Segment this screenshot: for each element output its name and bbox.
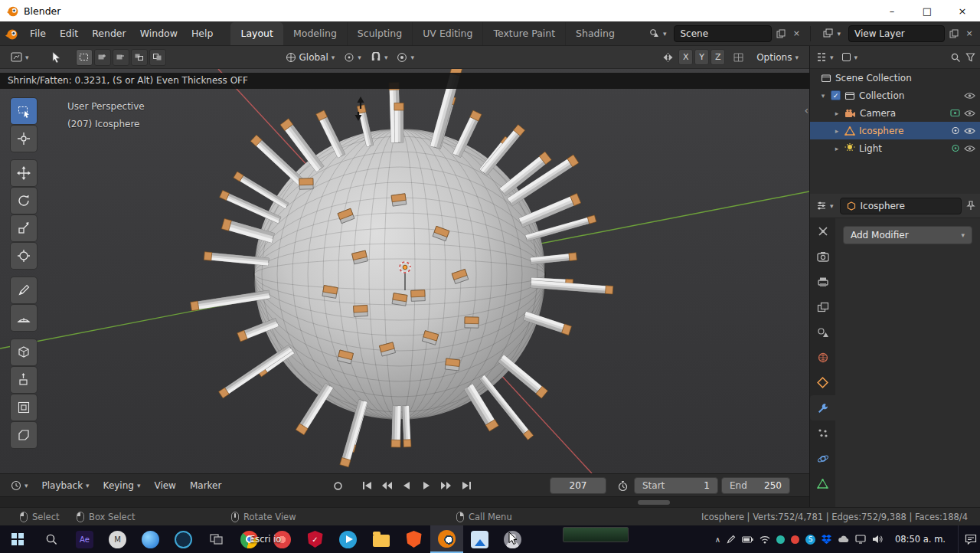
play-reverse-button[interactable] [398,477,415,494]
playback-menu[interactable]: Playback ▾ [36,480,96,491]
hide-eye-icon[interactable] [964,92,975,100]
select-mode-new-button[interactable] [76,49,93,66]
menu-render[interactable]: Render [85,28,133,39]
tool-add-cube-button[interactable] [11,339,37,365]
mirror-icon[interactable] [662,52,674,63]
frame-end-field[interactable]: End 250 [721,477,790,494]
taskbar-search-button[interactable] [35,525,68,553]
maximize-button[interactable]: □ [910,0,945,21]
tool-select-box-button[interactable] [11,98,37,124]
timeline-scrollbar[interactable] [0,496,809,507]
battery-icon[interactable] [742,536,753,543]
taskbar-app-explorer[interactable] [364,525,397,553]
filter-icon[interactable] [965,52,975,62]
taskbar-app-after-effects[interactable]: Ae [68,525,101,553]
proportional-edit-dropdown[interactable]: ▾ [392,48,419,67]
taskbar-app-m[interactable]: M [101,525,134,553]
menu-edit[interactable]: Edit [53,28,85,39]
tab-sculpting[interactable]: Sculpting [348,22,413,45]
editor-type-dropdown[interactable]: ▾ [6,48,34,67]
wifi-icon[interactable] [760,535,770,544]
blender-app-menu-icon[interactable] [0,27,23,41]
jump-to-end-button[interactable] [458,477,475,494]
select-mode-intersect-button[interactable] [149,49,166,66]
view-menu[interactable]: View [148,480,181,491]
taskbar-app-edge[interactable] [134,525,167,553]
taskbar-clock[interactable]: 08:50 a. m. [889,534,952,545]
keying-menu[interactable]: Keying ▾ [97,480,147,491]
tool-annotate-button[interactable] [11,277,37,303]
window-preview-thumbnail[interactable] [563,527,629,542]
region-collapse-icon[interactable]: ‹ [804,104,808,116]
tab-output-properties[interactable] [810,269,835,294]
taskbar-app-antivirus[interactable]: ✓ [299,525,332,553]
dropbox-icon[interactable] [822,535,831,544]
tab-object-data-properties[interactable] [810,471,835,496]
tab-layout[interactable]: Layout [230,22,283,45]
display-icon[interactable] [855,535,866,544]
taskbar-app-window[interactable] [200,525,233,553]
menu-file[interactable]: File [23,28,53,39]
tab-world-properties[interactable] [810,345,835,370]
properties-editor-dropdown[interactable]: ▾ [815,197,835,215]
jump-to-start-button[interactable] [358,477,375,494]
pin-icon[interactable] [966,201,975,211]
taskbar-app-blender[interactable] [430,525,463,553]
tray-expand-icon[interactable]: ∧ [715,535,720,544]
current-frame-field[interactable]: 207 [550,477,606,494]
mirror-axis-z-button[interactable]: Z [710,49,725,65]
taskbar-app-steam[interactable] [167,525,200,553]
menu-window[interactable]: Window [133,28,185,39]
start-button[interactable] [0,525,35,553]
outliner-row-scene-collection[interactable]: Scene Collection [810,69,980,87]
tool-scale-button[interactable] [11,215,37,241]
outliner-editor-dropdown[interactable]: ▾ [815,48,835,67]
speaker-icon[interactable] [872,535,883,544]
tab-shading[interactable]: Shading [566,22,617,45]
scene-name-field[interactable]: Scene [674,25,772,42]
timeline-editor-dropdown[interactable]: ▾ [5,480,34,491]
teams-status-icon[interactable] [776,535,785,544]
tool-extrude-button[interactable] [11,367,37,393]
snap-grid-icon[interactable] [733,52,744,63]
disclosure-closed-icon[interactable]: ▸ [833,110,841,117]
unlink-scene-icon[interactable]: × [790,27,802,41]
taskbar-app-photos[interactable] [463,525,496,553]
mirror-axis-y-button[interactable]: Y [694,49,709,65]
outliner-display-mode-dropdown[interactable]: ▾ [840,48,860,67]
notification-center-icon[interactable] [958,525,977,553]
mirror-axis-x-button[interactable]: X [678,49,693,65]
pen-icon[interactable] [727,535,736,544]
tab-render-properties[interactable] [810,244,835,269]
tab-physics-properties[interactable] [810,446,835,471]
search-icon[interactable] [950,52,961,63]
add-modifier-dropdown[interactable]: Add Modifier ▾ [843,226,972,244]
hide-eye-icon[interactable] [964,127,975,135]
view-layer-field[interactable]: View Layer [848,25,945,42]
tab-view-layer-properties[interactable] [810,294,835,319]
tab-modifier-properties[interactable] [810,395,835,420]
viewport-3d[interactable]: Shrink/Fatten: 0.3231, (S or Alt) Even T… [0,69,809,473]
tool-bevel-button[interactable] [11,422,37,448]
preview-range-stopwatch-icon[interactable] [617,480,629,492]
tool-rotate-button[interactable] [11,188,37,214]
tool-inset-faces-button[interactable] [11,394,37,420]
tab-texture-paint[interactable]: Texture Paint [483,22,566,45]
select-mode-subtract-button[interactable] [113,49,129,66]
snap-toggle[interactable]: ▾ [366,48,393,67]
hide-eye-icon[interactable] [964,145,975,152]
scrollbar-thumb[interactable] [638,500,670,505]
pivot-point-dropdown[interactable]: ▾ [339,48,366,67]
tool-transform-button[interactable] [11,243,37,269]
tab-uv-editing[interactable]: UV Editing [413,22,483,45]
select-mode-extend-button[interactable] [94,49,111,66]
tab-scene-properties[interactable] [810,319,835,345]
properties-breadcrumb[interactable]: Icosphere [840,198,962,214]
tool-move-button[interactable] [11,160,37,186]
tab-particle-properties[interactable] [810,420,835,446]
outliner-row-collection[interactable]: ▾ ✓ Collection [810,87,980,104]
next-keyframe-button[interactable] [438,477,455,494]
skype-icon[interactable]: S [805,535,815,545]
onedrive-cloud-icon[interactable] [838,535,849,543]
new-scene-icon[interactable] [775,27,787,41]
